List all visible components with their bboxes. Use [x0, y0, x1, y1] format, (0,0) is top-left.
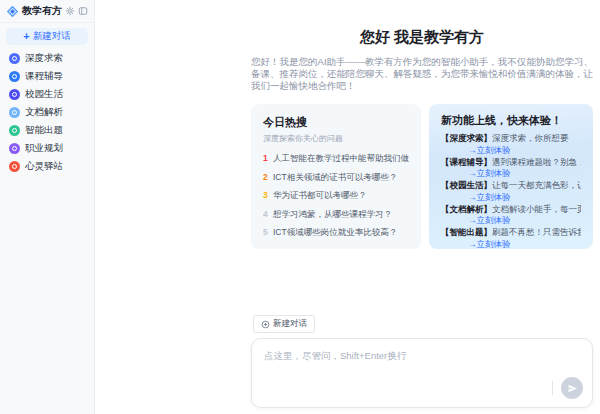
sidebar-item-label: 课程辅导 [25, 70, 63, 83]
feature-cta-link[interactable]: →立刻体验 [468, 239, 581, 250]
feature-tag: 【文档解析】 [441, 204, 492, 214]
deepseek-icon [9, 53, 20, 64]
sidebar-item-quiz[interactable]: 智能出题 [0, 121, 94, 139]
hot-text: 想学习鸿蒙，从哪些课程学习？ [273, 205, 392, 224]
feature-item: 【文档解析】文档解读小能手，每一页都轻... →立刻体验 [441, 204, 581, 227]
greeting-text: 您好！我是您的AI助手——教学有方作为您的智能小助手，我不仅能协助您学习、备课、… [251, 56, 593, 92]
new-chat-label: 新建对话 [33, 30, 71, 43]
sidebar-item-campus[interactable]: 校园生活 [0, 85, 94, 103]
app-window: 教学有方 + 新建对话 深度求索 [0, 0, 600, 414]
send-button[interactable] [561, 377, 583, 399]
send-area [552, 377, 583, 399]
sidebar-item-course[interactable]: 课程辅导 [0, 67, 94, 85]
hot-item[interactable]: 1 人工智能在教学过程中能帮助我们做什么？ [263, 149, 409, 168]
hot-rank: 4 [263, 205, 269, 224]
mind-icon [9, 161, 20, 172]
quiz-icon [9, 125, 20, 136]
settings-icon[interactable] [65, 6, 75, 16]
hot-list: 1 人工智能在教学过程中能帮助我们做什么？ 2 ICT相关领域的证书可以考哪些？… [263, 149, 409, 242]
feature-desc: 刷题不再愁！只需告诉我您的... [492, 227, 581, 237]
send-divider [552, 381, 553, 395]
feature-cta-link[interactable]: →立刻体验 [468, 168, 581, 179]
cards-row: 今日热搜 深度探索你关心的问题 1 人工智能在教学过程中能帮助我们做什么？ 2 … [251, 104, 593, 249]
hot-item[interactable]: 5 ICT领域哪些岗位就业率比较高？ [263, 223, 409, 242]
feature-tag: 【深度求索】 [441, 133, 492, 143]
sidebar-item-label: 文档解析 [25, 106, 63, 119]
sidebar-item-label: 校园生活 [25, 88, 63, 101]
circled-plus-icon [261, 320, 270, 329]
composer-new-chat-label: 新建对话 [273, 318, 307, 330]
hot-item[interactable]: 4 想学习鸿蒙，从哪些课程学习？ [263, 205, 409, 224]
app-title: 教学有方 [22, 4, 62, 18]
hot-item[interactable]: 3 华为证书都可以考哪些？ [263, 186, 409, 205]
hot-search-card: 今日热搜 深度探索你关心的问题 1 人工智能在教学过程中能帮助我们做什么？ 2 … [251, 104, 421, 249]
hot-text: 华为证书都可以考哪些？ [273, 186, 367, 205]
feature-tag: 【校园生活】 [441, 180, 492, 190]
hot-rank: 3 [263, 186, 269, 205]
sidebar-item-document[interactable]: 文档解析 [0, 103, 94, 121]
feature-item: 【深度求索】深度求索，你所想要 →立刻体验 [441, 133, 581, 156]
sidebar-item-mind[interactable]: 心灵驿站 [0, 157, 94, 175]
feature-tag: 【智能出题】 [441, 227, 492, 237]
plus-icon: + [23, 31, 29, 42]
hot-text: ICT相关领域的证书可以考哪些？ [273, 168, 397, 187]
feature-item: 【校园生活】让每一天都充满色彩，让每一... →立刻体验 [441, 180, 581, 203]
feature-cta-link[interactable]: →立刻体验 [468, 145, 581, 156]
sidebar-item-label: 智能出题 [25, 124, 63, 137]
message-input-box [251, 338, 593, 408]
hot-rank: 2 [263, 168, 269, 187]
sidebar-nav: 深度求索 课程辅导 校园生活 文档解析 智能出题 职业规划 [0, 48, 94, 175]
document-icon [9, 107, 20, 118]
hot-text: 人工智能在教学过程中能帮助我们做什么？ [273, 149, 409, 168]
feature-item: 【课程辅导】遇到课程难题啦？别急，我在... →立刻体验 [441, 157, 581, 180]
hot-card-title: 今日热搜 [263, 115, 409, 130]
course-icon [9, 71, 20, 82]
career-icon [9, 143, 20, 154]
composer-new-chat-button[interactable]: 新建对话 [253, 315, 315, 333]
feature-desc: 遇到课程难题啦？别急，我在... [492, 157, 581, 167]
feature-desc: 让每一天都充满色彩，让每一... [492, 180, 581, 190]
feature-list: 【深度求索】深度求索，你所想要 →立刻体验 【课程辅导】遇到课程难题啦？别急，我… [441, 133, 581, 249]
app-logo-icon [6, 5, 19, 18]
sidebar-new-chat-button[interactable]: + 新建对话 [6, 28, 88, 45]
greeting-title: 您好 我是教学有方 [251, 28, 593, 47]
sidebar-item-deepseek[interactable]: 深度求索 [0, 49, 94, 67]
feature-tag: 【课程辅导】 [441, 157, 492, 167]
sidebar-item-label: 心灵驿站 [25, 160, 63, 173]
new-features-card: 新功能上线，快来体验！ 【深度求索】深度求索，你所想要 →立刻体验 【课程辅导】… [429, 104, 593, 249]
main-area: 您好 我是教学有方 您好！我是您的AI助手——教学有方作为您的智能小助手，我不仅… [95, 0, 600, 414]
feature-cta-link[interactable]: →立刻体验 [468, 192, 581, 203]
feature-desc: 文档解读小能手，每一页都轻... [492, 204, 581, 214]
hot-card-subtitle: 深度探索你关心的问题 [263, 133, 409, 144]
sidebar: 教学有方 + 新建对话 深度求索 [0, 0, 95, 414]
send-icon [567, 383, 578, 394]
composer: 新建对话 [251, 315, 593, 409]
campus-icon [9, 89, 20, 100]
hot-text: ICT领域哪些岗位就业率比较高？ [273, 223, 397, 242]
feature-desc: 深度求索，你所想要 [492, 133, 569, 143]
message-input[interactable] [252, 339, 592, 407]
sidebar-header: 教学有方 [0, 0, 94, 23]
collapse-sidebar-icon[interactable] [78, 6, 88, 16]
hot-rank: 5 [263, 223, 269, 242]
sidebar-item-label: 深度求索 [25, 52, 63, 65]
feature-cta-link[interactable]: →立刻体验 [468, 215, 581, 226]
hot-rank: 1 [263, 149, 269, 168]
feature-item: 【智能出题】刷题不再愁！只需告诉我您的... →立刻体验 [441, 227, 581, 249]
sidebar-item-label: 职业规划 [25, 142, 63, 155]
sidebar-item-career[interactable]: 职业规划 [0, 139, 94, 157]
feature-card-title: 新功能上线，快来体验！ [441, 113, 581, 128]
hot-item[interactable]: 2 ICT相关领域的证书可以考哪些？ [263, 168, 409, 187]
